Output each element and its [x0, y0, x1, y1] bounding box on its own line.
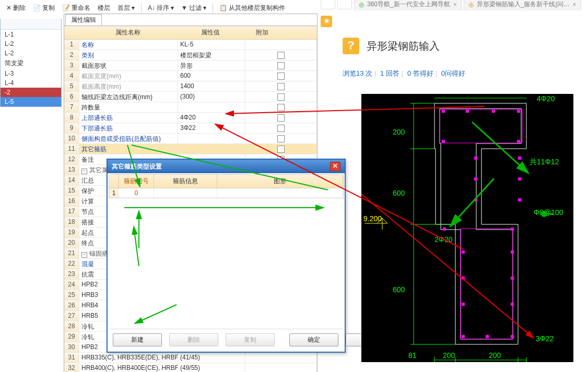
close-icon[interactable]: ×: [573, 1, 577, 8]
svg-text:200: 200: [489, 351, 501, 359]
tree-item[interactable]: L-2: [1, 49, 61, 58]
floor-select[interactable]: 首层 ▾: [114, 3, 138, 14]
tree-item[interactable]: L-4: [1, 78, 61, 88]
tree-item[interactable]: -2: [1, 88, 61, 97]
prop-row[interactable]: 11其它箍筋: [64, 144, 317, 154]
extra-checkbox[interactable]: [277, 125, 285, 132]
svg-rect-8: [474, 177, 477, 181]
svg-rect-0: [442, 110, 445, 113]
tree-item[interactable]: L-3: [1, 69, 61, 78]
close-icon[interactable]: ×: [453, 1, 457, 8]
svg-rect-10: [474, 198, 477, 201]
new-button[interactable]: 新建: [113, 333, 162, 346]
svg-rect-16: [462, 277, 465, 280]
svg-text:200: 200: [393, 128, 405, 136]
favorite-icon[interactable]: ★: [321, 16, 332, 27]
svg-rect-19: [511, 303, 514, 306]
svg-rect-17: [511, 277, 514, 280]
copy-from-other-button[interactable]: 📋 从其他楼层复制构件: [216, 3, 288, 14]
prop-row[interactable]: 7跨数量: [64, 102, 317, 113]
extra-checkbox[interactable]: [277, 83, 285, 90]
other-stirrup-dialog: 其它箍筋类型设置 ✕ 箍筋图号 箍筋信息 图形 1 0 新建 删除 复制 确定 …: [107, 159, 346, 353]
svg-text:2Φ20: 2Φ20: [434, 235, 453, 244]
nav-stub-2[interactable]: [337, 0, 352, 9]
tree-item[interactable]: L-1: [1, 30, 61, 39]
prop-row[interactable]: 32HRB400(C), HRB400E(CE), HRBF(49/55): [64, 363, 317, 372]
prop-row[interactable]: 31HRB335(C), HRB335E(DE), HRBF(41/45): [64, 353, 317, 363]
filter-button[interactable]: ▼ 过滤 ▾: [178, 3, 209, 14]
svg-rect-11: [518, 198, 521, 201]
svg-rect-13: [511, 227, 514, 231]
col-stirrup-shape: 图形: [217, 175, 343, 188]
floor-label: 楼层: [95, 3, 113, 14]
extra-checkbox[interactable]: [277, 135, 285, 142]
svg-rect-3: [517, 110, 520, 113]
dialog-title-bar[interactable]: 其它箍筋类型设置 ✕: [108, 160, 345, 173]
main-toolbar: ✕ 删除 📄 复制 📝 重命名 楼层 首层 ▾ A↓ 排序 ▾ ▼ 过滤 ▾ 📋…: [0, 2, 288, 14]
sort-button[interactable]: A↓ 排序 ▾: [145, 3, 177, 14]
prop-row[interactable]: 8上部通长筋4Φ20: [64, 113, 317, 123]
extra-checkbox[interactable]: [277, 114, 285, 122]
browser-tabs: ◎360导航_新一代安全上网导航× ◎异形梁钢筋输入_服务新干线|问…×: [321, 0, 588, 10]
svg-text:9.200: 9.200: [363, 214, 382, 223]
copy-button[interactable]: 📄 复制: [30, 3, 58, 14]
svg-rect-18: [462, 303, 465, 306]
tree-item[interactable]: L-5: [1, 97, 61, 106]
prop-row[interactable]: 10侧面构造或受扭筋(总配筋值): [64, 134, 317, 144]
component-tree: 🔍 L-1L-2L-2简支梁L-3L-4-2L-5: [0, 19, 62, 107]
dialog-grid-header: 箍筋图号 箍筋信息 图形: [109, 174, 344, 188]
svg-rect-7: [518, 157, 521, 160]
svg-rect-15: [511, 250, 514, 254]
col-name-header: 属性名称: [79, 26, 177, 39]
browser-tab-2[interactable]: ◎异形梁钢筋输入_服务新干线|问…×: [464, 0, 581, 10]
rename-button[interactable]: 📝 重命名: [59, 3, 93, 14]
cad-drawing: 4Φ20 200 共11Φ12 600 Φ8@100 9.200 2Φ20 60…: [361, 94, 573, 362]
svg-text:3Φ22: 3Φ22: [536, 334, 554, 343]
prop-row[interactable]: 4截面宽度(mm)600: [64, 71, 317, 81]
svg-rect-1: [466, 110, 469, 113]
svg-text:Φ8@100: Φ8@100: [534, 208, 563, 217]
extra-checkbox[interactable]: [277, 73, 285, 80]
col-stirrup-no: 箍筋图号: [119, 175, 154, 188]
delete-button-dlg: 删除: [169, 333, 218, 346]
svg-rect-4: [442, 140, 445, 143]
prop-row[interactable]: 5截面高度(mm)1400: [64, 81, 317, 92]
prop-row[interactable]: 6轴线距梁左边线距离(mm)(300): [64, 92, 317, 102]
extra-checkbox[interactable]: [277, 52, 285, 59]
prop-row[interactable]: 2类别楼层框架梁: [64, 50, 317, 61]
tab-properties[interactable]: 属性编辑: [65, 14, 102, 26]
nav-stub-1[interactable]: [321, 0, 335, 9]
svg-text:200: 200: [443, 351, 455, 359]
copy-button-dlg: 复制: [226, 333, 275, 346]
ok-button[interactable]: 确定: [289, 333, 338, 346]
tree-item[interactable]: L-2: [1, 39, 61, 49]
qa-panel: ? 异形梁钢筋输入 浏览13 次| 1 回答| 0 答得好| 0问得好: [343, 38, 583, 78]
extra-checkbox[interactable]: [277, 104, 285, 111]
close-icon[interactable]: ✕: [330, 162, 340, 171]
col-val-header: 属性值: [177, 26, 244, 39]
svg-rect-21: [486, 335, 489, 338]
svg-text:81: 81: [408, 351, 417, 359]
prop-row[interactable]: 1名称KL-5: [64, 40, 317, 50]
prop-row[interactable]: 3截面形状异形: [64, 61, 317, 71]
qa-title: 异形梁钢筋输入: [367, 39, 440, 53]
svg-text:4Φ20: 4Φ20: [537, 94, 555, 103]
dialog-grid-row[interactable]: 1 0: [109, 188, 344, 198]
svg-text:共11Φ12: 共11Φ12: [530, 158, 559, 166]
svg-rect-20: [462, 335, 465, 338]
tree-search: 🔍: [1, 19, 61, 30]
tree-item[interactable]: 简支梁: [1, 58, 61, 69]
extra-checkbox[interactable]: [277, 62, 285, 69]
extra-checkbox[interactable]: [277, 146, 285, 153]
prop-row[interactable]: 9下部通长筋3Φ22: [64, 123, 317, 134]
svg-text:600: 600: [393, 285, 405, 294]
svg-rect-2: [492, 110, 495, 113]
dialog-title: 其它箍筋类型设置: [112, 162, 162, 171]
svg-rect-14: [462, 250, 465, 254]
browser-tab-1[interactable]: ◎360导航_新一代安全上网导航×: [354, 0, 462, 10]
col-stirrup-info: 箍筋信息: [154, 175, 217, 188]
delete-button[interactable]: ✕ 删除: [3, 3, 29, 14]
qa-meta: 浏览13 次| 1 回答| 0 答得好| 0问得好: [343, 69, 583, 78]
svg-rect-5: [517, 140, 520, 143]
extra-checkbox[interactable]: [277, 93, 285, 101]
